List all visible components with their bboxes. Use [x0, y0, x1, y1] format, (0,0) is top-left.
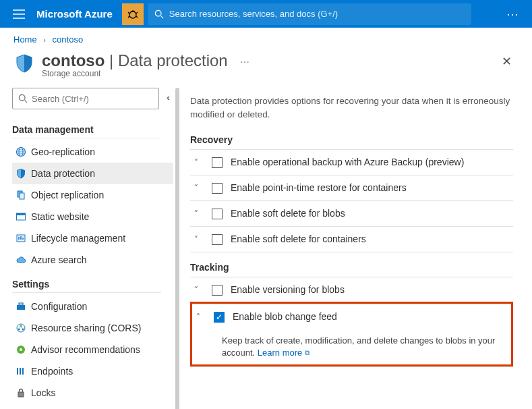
- topbar-more-button[interactable]: ⋯: [500, 7, 527, 22]
- sidebar-item-label: Endpoints: [28, 366, 73, 377]
- sidebar-item-geo-replication[interactable]: Geo-replication: [12, 141, 173, 163]
- nav-group-title: Settings: [12, 271, 161, 293]
- sidebar-item-label: Advisor recommendations: [28, 344, 140, 355]
- option-label: Enable versioning for blobs: [231, 284, 345, 295]
- option-label: Enable soft delete for containers: [231, 234, 366, 244]
- sidebar-item-static-website[interactable]: Static website: [12, 206, 173, 227]
- svg-point-17: [20, 348, 22, 351]
- learn-more-link[interactable]: Learn more ⧉: [258, 348, 309, 358]
- option-row: ˅Enable operational backup with Azure Ba…: [190, 149, 513, 175]
- svg-point-1: [155, 10, 161, 16]
- svg-point-0: [129, 11, 136, 18]
- brand-label: Microsoft Azure: [32, 8, 122, 20]
- option-row: ˄✓Enable blob change feed: [192, 304, 511, 329]
- global-search-input[interactable]: [169, 9, 465, 19]
- hamburger-icon: [13, 9, 25, 19]
- sidebar-item-label: Resource sharing (CORS): [28, 323, 141, 333]
- sidebar-item-label: Azure search: [28, 254, 86, 265]
- sidebar-item-label: Static website: [28, 211, 89, 222]
- main-panel: Data protection provides options for rec…: [183, 88, 532, 409]
- svg-rect-6: [20, 193, 24, 199]
- sidebar-item-advisor-recommendations[interactable]: Advisor recommendations: [12, 339, 173, 360]
- page-subtitle: Storage account: [42, 69, 228, 78]
- copy-icon: [13, 190, 28, 200]
- chevron-down-icon[interactable]: ˅: [194, 208, 208, 219]
- page-title: contoso | Data protection: [42, 51, 228, 70]
- svg-point-2: [19, 94, 25, 101]
- share-icon: [13, 323, 28, 333]
- checkbox[interactable]: ✓: [214, 312, 225, 323]
- sidebar-item-label: Data protection: [28, 168, 95, 179]
- option-row: ˅Enable soft delete for blobs: [190, 200, 513, 226]
- sidebar-item-label: Configuration: [28, 301, 87, 312]
- option-label: Enable blob change feed: [233, 311, 337, 322]
- toolbox-icon: [13, 301, 28, 312]
- checkbox[interactable]: [212, 285, 223, 296]
- checkbox[interactable]: [212, 183, 223, 194]
- search-icon: [18, 94, 28, 103]
- header-more-button[interactable]: ⋯: [240, 51, 251, 67]
- checkbox[interactable]: [212, 209, 223, 219]
- sidebar-item-lifecycle-management[interactable]: Lifecycle management: [12, 227, 173, 249]
- hamburger-menu[interactable]: [5, 9, 32, 19]
- chevron-up-icon[interactable]: ˄: [196, 311, 210, 322]
- option-label: Enable operational backup with Azure Bac…: [231, 157, 464, 167]
- sidebar-item-resource-sharing-cors-[interactable]: Resource sharing (CORS): [12, 317, 173, 339]
- sidebar-item-label: Object replication: [28, 190, 104, 200]
- option-row: ˅Enable soft delete for containers: [190, 226, 513, 252]
- sidebar-item-label: Geo-replication: [28, 146, 95, 157]
- browser-icon: [13, 211, 28, 222]
- breadcrumb-current[interactable]: contoso: [53, 34, 84, 45]
- sidebar-item-configuration[interactable]: Configuration: [12, 296, 173, 317]
- cloud-icon: [13, 254, 28, 265]
- search-icon: [154, 9, 164, 19]
- endpoints-icon: [13, 366, 28, 377]
- option-label: Enable soft delete for blobs: [231, 208, 345, 219]
- external-link-icon: ⧉: [305, 349, 309, 356]
- sidebar-item-locks[interactable]: Locks: [12, 382, 173, 404]
- scrollbar[interactable]: [174, 88, 183, 409]
- svg-rect-10: [17, 305, 25, 310]
- checkbox[interactable]: [212, 157, 223, 168]
- breadcrumb: Home › contoso: [0, 28, 532, 47]
- section-title: Tracking: [190, 262, 513, 273]
- option-label: Enable point-in-time restore for contain…: [231, 182, 407, 193]
- option-row: ˅Enable versioning for blobs: [190, 277, 513, 302]
- content-body: ‹‹ Data managementGeo-replicationData pr…: [0, 88, 532, 409]
- sidebar-item-label: Lifecycle management: [28, 233, 125, 244]
- chevron-down-icon[interactable]: ˅: [194, 284, 208, 295]
- sidebar: ‹‹ Data managementGeo-replicationData pr…: [0, 88, 174, 409]
- svg-rect-8: [17, 213, 26, 215]
- shield-icon: [13, 168, 28, 179]
- sidebar-item-azure-search[interactable]: Azure search: [12, 249, 173, 271]
- bug-icon: [127, 8, 139, 20]
- chevron-down-icon[interactable]: ˅: [194, 157, 208, 167]
- sidebar-item-label: Locks: [28, 387, 56, 398]
- sidebar-search-input[interactable]: [32, 94, 153, 104]
- option-description: Keep track of create, modification, and …: [192, 329, 511, 360]
- page-header: contoso | Data protection Storage accoun…: [0, 47, 532, 88]
- checkbox[interactable]: [212, 234, 223, 245]
- chevron-right-icon: ›: [39, 36, 50, 44]
- lock-icon: [13, 387, 28, 398]
- shield-icon: [13, 53, 35, 74]
- global-search[interactable]: [148, 3, 471, 25]
- svg-rect-18: [18, 392, 24, 397]
- option-row: ˅Enable point-in-time restore for contai…: [190, 175, 513, 200]
- collapse-sidebar-button[interactable]: ‹‹: [167, 93, 168, 103]
- chevron-down-icon[interactable]: ˅: [194, 234, 208, 244]
- sidebar-item-object-replication[interactable]: Object replication: [12, 184, 173, 206]
- report-bug-button[interactable]: [122, 3, 144, 25]
- globe-icon: [13, 146, 28, 157]
- svg-rect-11: [19, 303, 23, 305]
- breadcrumb-home[interactable]: Home: [13, 34, 37, 45]
- sidebar-search[interactable]: [12, 88, 159, 109]
- highlighted-option: ˄✓Enable blob change feedKeep track of c…: [190, 302, 513, 366]
- sidebar-item-endpoints[interactable]: Endpoints: [12, 360, 173, 382]
- section-title: Recovery: [190, 134, 513, 145]
- top-bar: Microsoft Azure ⋯: [0, 0, 532, 28]
- chevron-down-icon[interactable]: ˅: [194, 182, 208, 193]
- close-button[interactable]: ✕: [495, 51, 519, 72]
- sidebar-item-data-protection[interactable]: Data protection: [12, 163, 173, 184]
- nav-group-title: Data management: [12, 116, 161, 138]
